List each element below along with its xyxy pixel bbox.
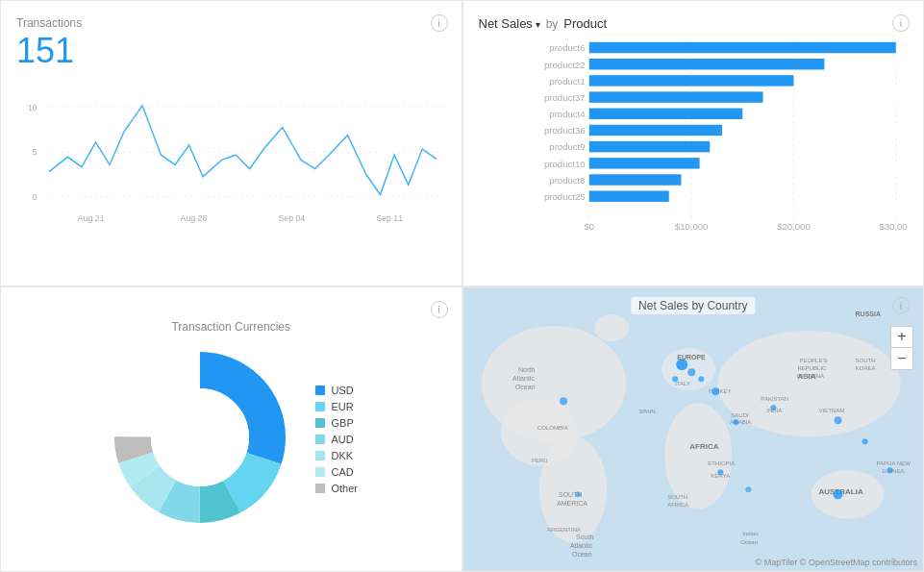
legend-label-gbp: GBP <box>331 417 353 429</box>
svg-point-102 <box>833 489 842 499</box>
legend-label-other: Other <box>331 483 358 494</box>
map-info-icon[interactable]: i <box>892 297 910 314</box>
svg-rect-27 <box>588 109 741 119</box>
svg-point-107 <box>575 491 581 497</box>
legend-label-cad: CAD <box>331 466 353 478</box>
svg-text:5: 5 <box>32 147 37 157</box>
svg-point-100 <box>862 438 867 444</box>
svg-text:product1: product1 <box>549 77 585 86</box>
net-sales-group-label: Product <box>563 16 607 31</box>
legend-label-dkk: DKK <box>331 450 353 461</box>
transactions-info-icon[interactable]: i <box>431 14 448 32</box>
map-zoom-in-button[interactable]: + <box>891 327 912 348</box>
svg-point-92 <box>676 359 687 370</box>
svg-text:product25: product25 <box>544 192 586 201</box>
map-zoom-controls[interactable]: + − <box>890 326 913 370</box>
svg-text:product4: product4 <box>549 111 585 119</box>
svg-text:product10: product10 <box>544 160 586 168</box>
svg-text:North: North <box>517 366 534 373</box>
map-attribution: © MapTiler © OpenStreetMap contributors <box>756 558 918 567</box>
svg-text:product8: product8 <box>549 176 585 185</box>
net-sales-info-icon[interactable]: i <box>892 14 910 32</box>
legend-item-gbp: GBP <box>315 417 358 429</box>
legend-color-other <box>315 484 325 493</box>
svg-rect-31 <box>588 141 709 152</box>
legend-item-aud: AUD <box>315 434 358 445</box>
svg-text:product9: product9 <box>549 143 585 152</box>
svg-point-101 <box>887 467 892 473</box>
svg-text:0: 0 <box>32 191 37 201</box>
svg-text:VIETNAM: VIETNAM <box>818 408 844 413</box>
svg-text:SOUTH: SOUTH <box>667 494 687 500</box>
svg-point-99 <box>834 416 841 424</box>
svg-text:SAUDI: SAUDI <box>731 412 749 418</box>
currencies-content: USD EUR GBP AUD DKK CAD <box>104 341 358 537</box>
map-panel: Net Sales by Country i + − North Atlanti… <box>462 286 925 573</box>
net-sales-metric-dropdown[interactable]: Net Sales <box>479 16 540 31</box>
svg-text:AFRICA: AFRICA <box>689 442 718 451</box>
transactions-title: Transactions <box>16 16 446 30</box>
svg-text:10: 10 <box>28 102 37 112</box>
svg-rect-25 <box>588 91 762 102</box>
currencies-legend: USD EUR GBP AUD DKK CAD <box>315 385 358 494</box>
svg-text:ITALY: ITALY <box>675 381 690 386</box>
svg-point-95 <box>698 376 704 382</box>
svg-text:Indian: Indian <box>742 531 758 536</box>
svg-text:PAKISTAN: PAKISTAN <box>761 396 788 402</box>
svg-text:KOREA: KOREA <box>855 365 875 371</box>
svg-point-106 <box>560 397 567 405</box>
svg-rect-35 <box>588 174 681 185</box>
svg-rect-37 <box>588 190 668 201</box>
map-title: Net Sales by Country <box>631 297 755 314</box>
legend-color-gbp <box>315 418 325 428</box>
svg-text:$30,000: $30,000 <box>879 222 908 231</box>
donut-chart <box>104 341 296 537</box>
svg-rect-19 <box>588 42 895 53</box>
legend-label-usd: USD <box>331 385 353 396</box>
svg-rect-29 <box>588 125 721 136</box>
svg-point-97 <box>733 419 738 425</box>
transactions-chart: 10 5 0 Aug 21 Aug 28 Sep 04 Sep 11 <box>16 78 446 251</box>
net-sales-header: Net Sales by Product <box>479 16 909 31</box>
net-sales-panel: i Net Sales by Product $0 $10,000 $20,00… <box>462 0 925 286</box>
svg-text:COLOMBIA: COLOMBIA <box>537 425 567 431</box>
svg-text:Ocean: Ocean <box>740 539 758 545</box>
svg-point-45 <box>151 388 249 486</box>
svg-point-96 <box>712 387 719 395</box>
svg-text:PEOPLE'S: PEOPLE'S <box>799 358 827 363</box>
svg-text:product22: product22 <box>544 61 586 69</box>
svg-text:REPUBLIC: REPUBLIC <box>797 365 827 371</box>
legend-item-usd: USD <box>315 385 358 396</box>
currencies-info-icon[interactable]: i <box>431 301 448 318</box>
svg-text:Sep 11: Sep 11 <box>376 213 403 223</box>
legend-label-aud: AUD <box>331 434 353 445</box>
legend-label-eur: EUR <box>331 401 353 412</box>
svg-text:Ocean: Ocean <box>572 551 592 558</box>
svg-point-98 <box>770 405 776 410</box>
legend-color-usd <box>315 385 325 395</box>
legend-item-dkk: DKK <box>315 450 358 461</box>
map-zoom-out-button[interactable]: − <box>891 348 912 369</box>
svg-text:product6: product6 <box>549 44 585 53</box>
svg-text:$20,000: $20,000 <box>777 222 811 231</box>
svg-text:TURKEY: TURKEY <box>708 388 731 394</box>
svg-text:South: South <box>576 534 593 540</box>
svg-point-103 <box>717 469 723 475</box>
svg-text:SPAIN: SPAIN <box>638 409 656 414</box>
currencies-panel: i Transaction Currencies USD <box>0 286 462 573</box>
svg-text:Aug 28: Aug 28 <box>181 213 208 223</box>
legend-color-aud <box>315 435 325 444</box>
svg-text:GUINEA: GUINEA <box>882 468 904 474</box>
svg-rect-23 <box>588 75 793 86</box>
transactions-count: 151 <box>16 32 446 70</box>
legend-color-eur <box>315 402 325 411</box>
legend-color-cad <box>315 467 325 477</box>
svg-text:SOUTH: SOUTH <box>855 358 875 363</box>
svg-rect-21 <box>588 59 824 69</box>
svg-text:ETHIOPIA: ETHIOPIA <box>708 460 735 466</box>
legend-item-eur: EUR <box>315 401 358 412</box>
svg-point-94 <box>672 376 678 382</box>
net-sales-by-label: by <box>546 17 559 31</box>
svg-text:product36: product36 <box>544 127 586 136</box>
svg-text:product37: product37 <box>544 93 586 102</box>
